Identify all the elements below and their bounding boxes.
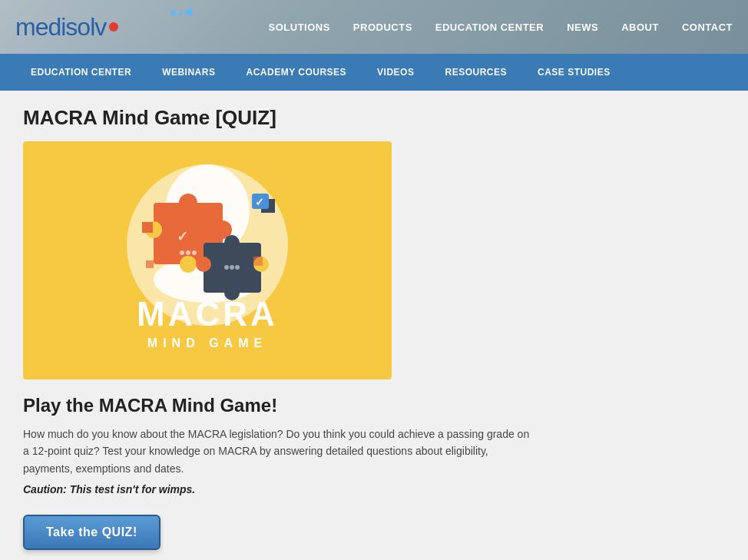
nav-item-education-center[interactable]: EDUCATION CENTER: [435, 20, 544, 34]
svg-point-20: [235, 265, 240, 270]
subnav-item-education-center[interactable]: EDUCATION CENTER: [15, 54, 147, 91]
nav-item-solutions[interactable]: SOLUTIONS: [269, 20, 330, 34]
subnav-link-videos[interactable]: VIDEOS: [362, 54, 429, 91]
svg-point-11: [186, 250, 190, 255]
subnav-item-resources[interactable]: RESOURCES: [429, 54, 522, 91]
subnav-item-videos[interactable]: VIDEOS: [362, 54, 429, 91]
logo-text: medisolv: [15, 13, 106, 41]
nav-link-products[interactable]: PRODUCTS: [353, 22, 412, 33]
logo[interactable]: medisolv: [15, 13, 118, 41]
logo-dot: [109, 22, 118, 31]
nav-link-solutions[interactable]: SOLUTIONS: [269, 22, 330, 33]
subnav-link-resources[interactable]: RESOURCES: [429, 54, 522, 91]
content-heading: Play the MACRA Mind Game!: [23, 395, 725, 416]
top-nav-links: SOLUTIONS PRODUCTS EDUCATION CENTER NEWS…: [269, 20, 733, 34]
subnav-item-webinars[interactable]: WEBINARS: [147, 54, 230, 91]
nav-item-contact[interactable]: CONTACT: [682, 20, 733, 34]
secondary-nav-links: EDUCATION CENTER WEBINARS ACADEMY COURSE…: [15, 54, 626, 91]
subnav-link-webinars[interactable]: WEBINARS: [147, 54, 230, 91]
svg-text:✓: ✓: [255, 196, 264, 208]
svg-point-14: [224, 235, 240, 250]
svg-rect-21: [142, 222, 153, 233]
svg-point-12: [192, 250, 197, 255]
content-description: How much do you know about the MACRA leg…: [23, 426, 530, 477]
logo-decorative-dots: [169, 5, 194, 18]
subnav-item-case-studies[interactable]: CASE STUDIES: [522, 54, 626, 91]
svg-text:MACRA: MACRA: [137, 295, 278, 333]
svg-point-7: [180, 256, 197, 273]
take-quiz-button[interactable]: Take the QUIZ!: [23, 515, 161, 550]
svg-point-18: [224, 265, 229, 270]
nav-link-contact[interactable]: CONTACT: [682, 22, 733, 33]
top-navigation: medisolv SOLUTIONS PRODUCTS EDUCATION CE…: [0, 0, 748, 54]
feature-image: ✓: [23, 141, 392, 379]
svg-text:MIND GAME: MIND GAME: [147, 336, 267, 350]
svg-point-5: [179, 194, 197, 212]
svg-rect-24: [253, 257, 263, 266]
subnav-link-academy-courses[interactable]: ACADEMY COURSES: [230, 54, 362, 91]
subnav-link-education-center[interactable]: EDUCATION CENTER: [15, 54, 147, 91]
nav-item-about[interactable]: ABOUT: [621, 20, 659, 34]
secondary-navigation: EDUCATION CENTER WEBINARS ACADEMY COURSE…: [0, 54, 748, 91]
svg-point-17: [196, 257, 211, 272]
nav-link-about[interactable]: ABOUT: [621, 22, 659, 33]
nav-item-products[interactable]: PRODUCTS: [353, 20, 412, 34]
content-caution: Caution: This test isn't for wimps.: [23, 483, 725, 495]
main-content: MACRA Mind Game [QUIZ]: [0, 91, 748, 560]
macra-illustration: ✓: [23, 141, 392, 379]
svg-point-19: [230, 265, 234, 270]
nav-link-education-center[interactable]: EDUCATION CENTER: [435, 22, 544, 33]
subnav-item-academy-courses[interactable]: ACADEMY COURSES: [230, 54, 362, 91]
svg-point-10: [180, 250, 184, 255]
subnav-link-case-studies[interactable]: CASE STUDIES: [522, 54, 626, 91]
page-title: MACRA Mind Game [QUIZ]: [23, 106, 725, 130]
nav-link-news[interactable]: NEWS: [567, 22, 598, 33]
svg-rect-23: [146, 260, 154, 268]
svg-text:✓: ✓: [177, 229, 188, 244]
nav-item-news[interactable]: NEWS: [567, 20, 598, 34]
